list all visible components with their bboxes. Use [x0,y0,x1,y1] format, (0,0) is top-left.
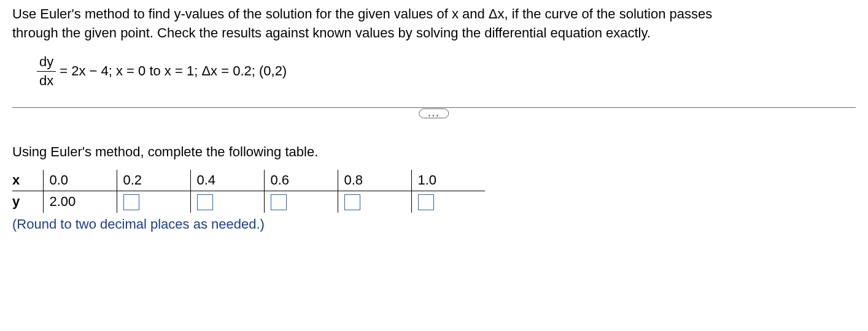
expand-button[interactable]: ... [419,108,449,118]
problem-statement: Use Euler's method to find y-values of t… [12,5,856,43]
problem-line-2: through the given point. Check the resul… [12,25,651,40]
fraction-dy-dx: dy dx [37,54,56,89]
equation-rhs: = 2x − 4; x = 0 to x = 1; Δx = 0.2; (0,2… [60,63,287,79]
x-row-label: x [12,170,43,191]
fraction-numerator: dy [37,54,56,71]
table-instruction: Using Euler's method, complete the follo… [12,144,856,160]
y-row-label: y [12,191,43,213]
x-cell: 0.2 [117,170,190,191]
problem-line-1: Use Euler's method to find y-values of t… [12,6,712,21]
x-cell: 1.0 [411,170,485,191]
y-cell [411,191,485,213]
x-row: x 0.0 0.2 0.4 0.6 0.8 1.0 [12,170,485,191]
rounding-hint: (Round to two decimal places as needed.) [12,216,856,232]
y-row: y 2.00 [12,191,485,213]
section-divider: ... [12,107,856,120]
y-input-5[interactable] [418,194,434,210]
y-input-3[interactable] [271,194,287,210]
y-input-1[interactable] [123,194,139,210]
y-input-4[interactable] [344,194,360,210]
y-cell [264,191,338,213]
y-cell [338,191,411,213]
y-cell-initial: 2.00 [43,191,117,213]
x-cell: 0.8 [338,170,411,191]
euler-table: x 0.0 0.2 0.4 0.6 0.8 1.0 y 2.00 [12,170,485,213]
fraction-denominator: dx [37,71,56,89]
x-cell: 0.0 [43,170,117,191]
y-cell [190,191,264,213]
y-input-2[interactable] [197,194,213,210]
y-cell [117,191,190,213]
x-cell: 0.6 [264,170,338,191]
differential-equation: dy dx = 2x − 4; x = 0 to x = 1; Δx = 0.2… [12,54,856,89]
x-cell: 0.4 [190,170,264,191]
